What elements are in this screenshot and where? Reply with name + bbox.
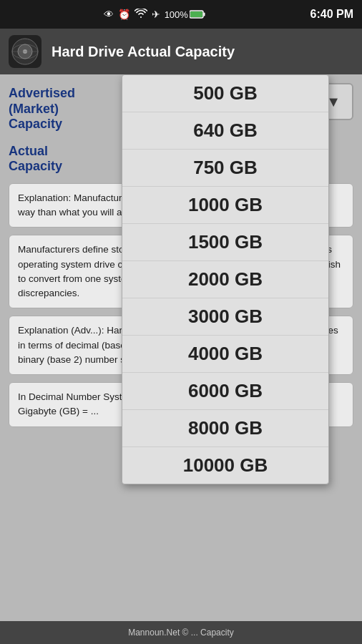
dropdown-list: 500 GB 640 GB 750 GB 1000 GB 1500 GB 200… (122, 74, 329, 484)
svg-rect-2 (190, 11, 202, 17)
airplane-icon: ✈ (152, 9, 160, 20)
app-icon (9, 35, 41, 68)
footer: Mannoun.Net © ... Capacity (0, 621, 362, 644)
footer-text: Mannoun.Net © ... Capacity (128, 628, 234, 638)
dropdown-option-8000gb[interactable]: 8000 GB (122, 410, 328, 447)
dropdown-option-6000gb[interactable]: 6000 GB (122, 373, 328, 410)
app-header: Hard Drive Actual Capacity (0, 29, 362, 74)
wifi-icon (134, 9, 147, 21)
battery-indicator: 100% (165, 9, 205, 20)
status-icons: 👁 ⏰ ✈ 100% (9, 9, 300, 21)
dropdown-option-3000gb[interactable]: 3000 GB (122, 298, 328, 336)
status-time: 6:40 PM (310, 8, 353, 21)
dropdown-option-500gb[interactable]: 500 GB (122, 75, 328, 112)
dropdown-option-1500gb[interactable]: 1500 GB (122, 224, 328, 261)
eye-icon: 👁 (104, 9, 114, 20)
svg-rect-1 (203, 13, 205, 16)
dropdown-option-750gb[interactable]: 750 GB (122, 150, 328, 187)
dropdown-option-1000gb[interactable]: 1000 GB (122, 187, 328, 224)
dropdown-option-640gb[interactable]: 640 GB (122, 112, 328, 150)
alarm-icon: ⏰ (118, 9, 130, 20)
app-title: Hard Drive Actual Capacity (52, 44, 235, 60)
main-content: Advertised(Market)Capacity 120 GB ▼ Actu… (0, 74, 362, 621)
dropdown-option-4000gb[interactable]: 4000 GB (122, 336, 328, 373)
battery-percent: 100% (165, 9, 188, 20)
dropdown-option-10000gb[interactable]: 10000 GB (122, 447, 328, 484)
status-bar: 👁 ⏰ ✈ 100% 6:40 PM (0, 0, 362, 29)
dropdown-option-2000gb[interactable]: 2000 GB (122, 261, 328, 298)
